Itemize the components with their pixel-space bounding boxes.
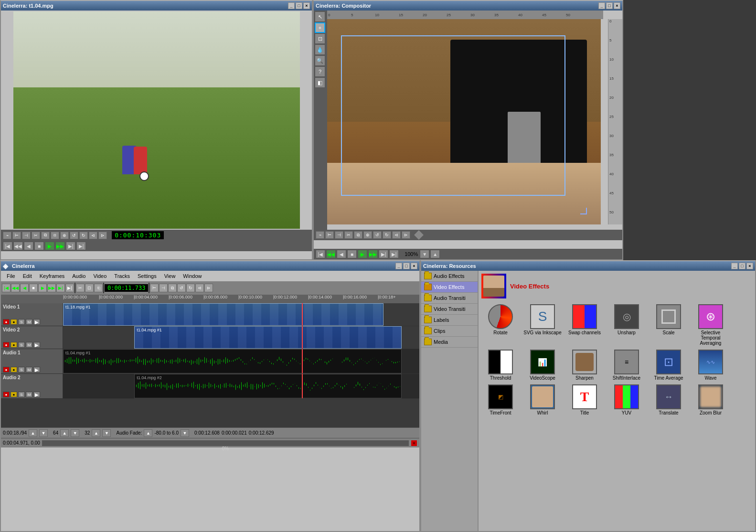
tool-zoom[interactable]: 🔍 [315,55,325,66]
res-item-sharpen[interactable]: Sharpen [565,350,604,381]
track-solo-btn-video2[interactable]: S [18,342,25,348]
comp-rewind-btn[interactable]: |◀ [316,250,325,258]
tl-tool-7[interactable]: ⊳ [204,284,213,292]
menu-file[interactable]: File [3,273,19,279]
track-rec-btn-video1[interactable]: ● [3,319,10,325]
res-item-whirl[interactable]: Whirl [523,384,562,415]
track-rec-btn-video2[interactable]: ● [3,342,10,348]
tl-tool-2[interactable]: ⊣ [159,284,168,292]
viewer-prev-btn[interactable]: ◀◀ [13,242,23,250]
track-arm-btn-video2[interactable]: ● [11,342,17,348]
comp-prev-btn[interactable]: ◀◀ [326,250,336,258]
track-expand-btn-audio2[interactable]: ▶ [33,392,40,397]
comp-ctrl-10[interactable]: ⊳ [402,231,410,239]
menu-video[interactable]: Video [89,273,110,279]
ctrl-btn-7[interactable]: ⊕ [60,232,69,239]
track-expand-btn-video1[interactable]: ▶ [33,319,40,325]
res-item-timeavg[interactable]: ⊡ Time Average [650,350,688,381]
sidebar-item-audio-effects[interactable]: Audio Effects [421,271,478,282]
viewer-play-btn[interactable]: ▶ [45,242,54,250]
tool-select[interactable]: + [315,22,325,33]
res-item-zoomblur[interactable]: Zoom Blur [692,384,730,415]
status-z1-dn[interactable]: ▼ [71,429,79,437]
comp-ctrl-7[interactable]: ↺ [373,231,382,239]
res-item-scale[interactable]: Scale [650,304,688,346]
sidebar-item-labels[interactable]: Labels [421,315,478,326]
sidebar-item-media[interactable]: Media [421,337,478,348]
tl-tool-3[interactable]: ⧉ [168,284,177,292]
compositor-maximize-btn[interactable]: □ [606,2,613,9]
comp-play-btn[interactable]: ▶ [358,250,367,258]
tl-copy-btn[interactable]: ⊡ [85,284,94,292]
comp-ctrl-4[interactable]: ✂ [344,231,353,239]
menu-edit[interactable]: Edit [19,273,36,279]
tool-help[interactable]: ? [315,66,325,77]
comp-ctrl-1[interactable]: ⌁ [316,231,324,239]
res-item-shift[interactable]: ≡ ShiftInterlace [607,350,646,381]
track-rec-btn-audio2[interactable]: ● [3,392,10,397]
comp-ctrl-5[interactable]: ⧉ [354,231,362,239]
ctrl-btn-9[interactable]: ↻ [79,232,88,239]
res-item-swap[interactable]: Swap channels [565,304,604,346]
track-mute-btn-video1[interactable]: M [26,319,32,325]
ctrl-btn-1[interactable]: ⌁ [3,232,11,239]
sidebar-item-audio-trans[interactable]: Audio Transiti [421,293,478,304]
status-af-dn[interactable]: ▼ [181,429,189,437]
menu-tracks[interactable]: Tracks [110,273,134,279]
timeline-minimize-btn[interactable]: _ [395,263,402,269]
status-z2-up[interactable]: ▲ [92,429,100,437]
ctrl-btn-5[interactable]: ⧉ [41,232,50,239]
zoom-up-btn[interactable]: ▲ [430,250,440,258]
res-item-translate[interactable]: ↔ Translate [650,384,688,415]
ctrl-btn-3[interactable]: ⊣ [22,232,31,239]
track-rec-btn-audio1[interactable]: ● [3,367,10,372]
bottom-close-btn[interactable]: × [411,440,417,447]
tool-mask[interactable]: ◧ [315,77,325,88]
comp-back-btn[interactable]: ◀ [337,250,346,258]
viewer-minimize-btn[interactable]: _ [288,2,295,9]
resize-handle[interactable] [580,208,587,214]
tl-stop-btn[interactable]: ■ [29,284,38,292]
res-item-videoscope[interactable]: 📊 VideoScope [523,350,562,381]
timeline-close-btn[interactable]: × [411,263,417,269]
sidebar-item-video-effects[interactable]: Video Effects [421,282,478,293]
viewer-stop-btn[interactable]: ■ [34,242,44,250]
status-dur-dn[interactable]: ▼ [39,429,48,437]
track-mute-btn-video2[interactable]: M [26,342,32,348]
comp-play-fast-btn[interactable]: ▶▶ [368,250,378,258]
tl-tool-5[interactable]: ↻ [186,284,195,292]
track-arm-btn-audio2[interactable]: ● [11,392,17,397]
viewer-back-frame-btn[interactable]: ◀ [24,242,33,250]
status-z1-up[interactable]: ▲ [60,429,69,437]
tl-fwd-btn[interactable]: ▶| [56,284,65,292]
track-solo-btn-audio1[interactable]: S [18,367,25,372]
ctrl-btn-6[interactable]: ⧈ [51,232,59,239]
ctrl-btn-4[interactable]: ✂ [32,232,40,239]
comp-ctrl-3[interactable]: ⊣ [335,231,343,239]
tl-tool-4[interactable]: ↺ [177,284,186,292]
track-mute-btn-audio1[interactable]: M [26,367,32,372]
menu-audio[interactable]: Audio [68,273,89,279]
tl-tool-1[interactable]: ⊢ [150,284,159,292]
tl-play-btn[interactable]: ▶ [38,284,47,292]
menu-settings[interactable]: Settings [134,273,160,279]
menu-window[interactable]: Window [179,273,205,279]
res-item-unsharp[interactable]: ◎ Unsharp [607,304,646,346]
tl-cut-btn[interactable]: ✂ [76,284,85,292]
tool-arrow[interactable]: ↖ [315,11,325,22]
ctrl-btn-10[interactable]: ⊲ [89,232,97,239]
resources-minimize-btn[interactable]: _ [731,263,738,269]
track-arm-btn-audio1[interactable]: ● [11,367,17,372]
video-bar-video1[interactable]: t1.18.mpg #1 [63,303,383,326]
ctrl-btn-2[interactable]: ⊢ [12,232,21,239]
res-item-thresh[interactable]: Threshold [481,350,520,381]
comp-ctrl-8[interactable]: ↻ [383,231,391,239]
res-item-timefront[interactable]: ◩ TimeFront [481,384,520,415]
tl-rewind-btn[interactable]: |◀ [2,284,11,292]
compositor-close-btn[interactable]: × [614,2,620,9]
resources-maximize-btn[interactable]: □ [739,263,745,269]
ctrl-btn-8[interactable]: ↺ [70,232,78,239]
viewer-play-fast-btn[interactable]: ▶▶ [55,242,65,250]
res-item-rotate[interactable]: Rotate [481,304,520,346]
viewer-maximize-btn[interactable]: □ [296,2,302,9]
